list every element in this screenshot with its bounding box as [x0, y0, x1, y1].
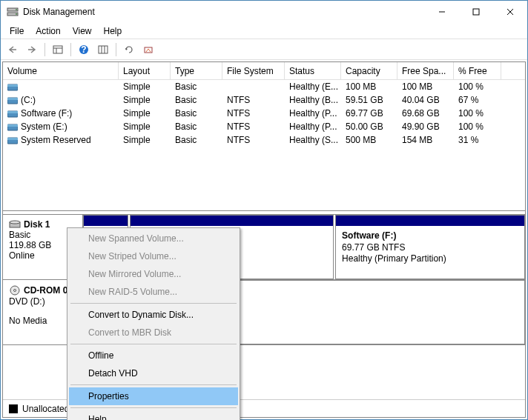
ctx-sep [70, 344, 237, 344]
volume-row[interactable]: System ReservedSimpleBasicNTFSHealthy (S… [3, 133, 525, 147]
context-menu: New Spanned Volume... New Striped Volume… [67, 227, 240, 420]
back-button[interactable] [4, 41, 22, 58]
legend-label-unallocated: Unallocated [22, 404, 69, 414]
ctx-convert-mbr[interactable]: Convert to MBR Disk [69, 324, 238, 341]
partition-header [336, 216, 524, 226]
ctx-detach-vhd[interactable]: Detach VHD [69, 364, 238, 382]
volume-list[interactable]: Volume Layout Type File System Status Ca… [3, 62, 525, 210]
svg-rect-16 [145, 47, 152, 53]
ctx-offline[interactable]: Offline [69, 347, 238, 364]
partition-block-software[interactable]: Software (F:) 69.77 GB NTFS Healthy (Pri… [335, 215, 525, 279]
volume-row[interactable]: Software (F:)SimpleBasicNTFSHealthy (P..… [3, 107, 525, 120]
help-button[interactable]: ? [75, 41, 93, 58]
svg-rect-5 [473, 9, 479, 15]
ctx-sep [70, 407, 237, 408]
svg-rect-26 [7, 138, 18, 140]
svg-point-28 [10, 221, 20, 224]
volume-row[interactable]: (C:)SimpleBasicNTFSHealthy (B...59.51 GB… [3, 93, 525, 107]
menu-view[interactable]: View [67, 24, 98, 38]
menubar: File Action View Help [1, 23, 527, 39]
ctx-properties[interactable]: Properties [69, 387, 238, 405]
col-header-percentfree[interactable]: % Free [454, 62, 501, 79]
svg-rect-13 [99, 46, 108, 53]
ctx-convert-dynamic[interactable]: Convert to Dynamic Disk... [69, 306, 238, 324]
ctx-new-spanned[interactable]: New Spanned Volume... [69, 230, 238, 247]
disk-name: Disk 1 [24, 219, 50, 230]
menu-file[interactable]: File [4, 24, 30, 38]
partition-header [84, 216, 128, 226]
refresh-button[interactable] [120, 41, 138, 58]
toolbar-sep [70, 43, 71, 56]
svg-rect-22 [7, 111, 18, 113]
menu-help[interactable]: Help [98, 24, 128, 38]
ctx-new-mirrored[interactable]: New Mirrored Volume... [69, 265, 238, 283]
action-button[interactable] [139, 41, 157, 58]
close-button[interactable] [493, 1, 527, 23]
col-header-volume[interactable]: Volume [3, 62, 119, 79]
cdrom-icon [9, 284, 21, 296]
partition-name: Software (F:) [342, 230, 518, 242]
col-header-filesystem[interactable]: File System [222, 62, 285, 79]
svg-rect-8 [53, 46, 62, 53]
col-header-status[interactable]: Status [285, 62, 341, 79]
partition-size: 69.77 GB NTFS [342, 242, 518, 254]
svg-point-2 [16, 9, 17, 10]
ctx-help[interactable]: Help [69, 410, 238, 420]
svg-text:?: ? [81, 44, 86, 55]
svg-point-30 [14, 290, 16, 292]
col-header-capacity[interactable]: Capacity [341, 62, 397, 79]
legend-swatch-unallocated [9, 404, 18, 413]
columns-button[interactable] [94, 41, 112, 58]
svg-rect-24 [7, 124, 18, 127]
toolbar: ? [1, 39, 527, 60]
maximize-button[interactable] [459, 1, 493, 23]
col-header-layout[interactable]: Layout [119, 62, 171, 79]
ctx-new-striped[interactable]: New Striped Volume... [69, 247, 238, 265]
svg-rect-18 [7, 84, 18, 87]
toolbar-sep [44, 43, 45, 56]
volume-row[interactable]: System (E:)SimpleBasicNTFSHealthy (P...5… [3, 120, 525, 133]
volume-list-header: Volume Layout Type File System Status Ca… [3, 62, 525, 80]
svg-point-3 [16, 13, 17, 15]
minimize-button[interactable] [425, 1, 459, 23]
ctx-sep [70, 303, 237, 304]
col-header-type[interactable]: Type [171, 62, 222, 79]
ctx-new-raid5[interactable]: New RAID-5 Volume... [69, 283, 238, 301]
volume-row[interactable]: SimpleBasicHealthy (E...100 MB100 MB100 … [3, 80, 525, 93]
titlebar: Disk Management [1, 1, 527, 23]
partition-status: Healthy (Primary Partition) [342, 253, 518, 265]
menu-action[interactable]: Action [30, 24, 66, 38]
forward-button[interactable] [23, 41, 41, 58]
window-title: Disk Management [23, 7, 425, 17]
disk-name: CD-ROM 0 [24, 285, 67, 296]
ctx-sep [70, 384, 237, 385]
toolbar-sep [116, 43, 116, 56]
app-icon [7, 6, 19, 18]
view-settings-button[interactable] [49, 41, 67, 58]
svg-rect-20 [7, 98, 18, 100]
col-header-freespace[interactable]: Free Spa... [397, 62, 454, 79]
partition-header [131, 216, 333, 226]
disk-icon [9, 219, 21, 230]
